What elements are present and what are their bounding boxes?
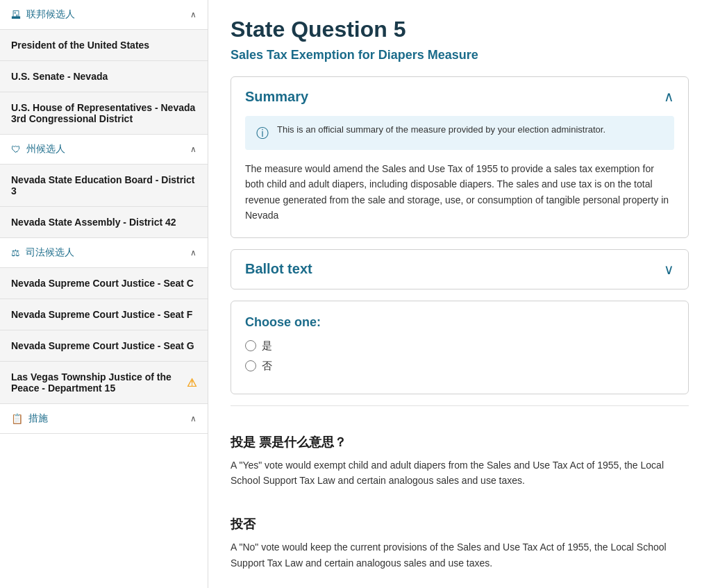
measures-chevron-icon: ∧	[190, 414, 196, 423]
sidebar-item-us-house[interactable]: U.S. House of Representatives - Nevada 3…	[0, 92, 208, 135]
choose-title: Choose one:	[245, 315, 674, 330]
measure-subtitle: Sales Tax Exemption for Diapers Measure	[231, 48, 689, 62]
summary-accordion: Summary ∧ ⓘ This is an official summary …	[231, 76, 689, 238]
choose-section: Choose one: 是 否	[231, 301, 689, 394]
summary-title: Summary	[245, 89, 308, 105]
page-title: State Question 5	[231, 17, 689, 42]
sidebar-item-nv-edu-board[interactable]: Nevada State Education Board - District …	[0, 165, 208, 207]
judicial-section-header[interactable]: ⚖ 司法候选人 ∧	[0, 238, 208, 268]
sidebar: 🗳 联邦候选人 ∧ President of the United States…	[0, 0, 208, 588]
measures-section-header[interactable]: 📋 措施 ∧	[0, 404, 208, 434]
info-icon: ⓘ	[256, 125, 270, 142]
state-items: Nevada State Education Board - District …	[0, 165, 208, 238]
summary-chevron-icon: ∧	[664, 88, 674, 105]
sidebar-item-lv-justice[interactable]: Las Vegas Township Justice of the Peace …	[0, 362, 208, 404]
federal-items: President of the United States U.S. Sena…	[0, 30, 208, 135]
judicial-items: Nevada Supreme Court Justice - Seat C Ne…	[0, 268, 208, 404]
shield-icon: 🛡	[11, 144, 21, 155]
state-section-title: 🛡 州候选人	[11, 143, 65, 156]
explainer-no: 投否 A "No" vote would keep the current pr…	[231, 502, 689, 571]
state-section-header[interactable]: 🛡 州候选人 ∧	[0, 135, 208, 165]
explainer-no-heading: 投否	[231, 516, 689, 532]
sidebar-item-nv-assembly[interactable]: Nevada State Assembly - District 42	[0, 207, 208, 238]
explainer-no-text: A "No" vote would keep the current provi…	[231, 539, 689, 571]
radio-yes-input[interactable]	[245, 340, 256, 351]
summary-body: ⓘ This is an official summary of the mea…	[231, 116, 688, 237]
measures-section-title: 📋 措施	[11, 412, 48, 425]
summary-paragraph: The measure would amend the Sales and Us…	[245, 161, 674, 224]
warning-icon: ⚠	[187, 376, 196, 389]
explainer-yes-text: A "Yes" vote would exempt child and adul…	[231, 457, 689, 489]
explainer-yes-heading: 投是 票是什么意思？	[231, 434, 689, 451]
measures-icon: 📋	[11, 413, 23, 424]
ballot-text-chevron-icon: ∨	[664, 261, 674, 278]
explainer-yes: 投是 票是什么意思？ A "Yes" vote would exempt chi…	[231, 420, 689, 489]
main-content: State Question 5 Sales Tax Exemption for…	[208, 0, 711, 588]
summary-accordion-header[interactable]: Summary ∧	[231, 77, 688, 116]
state-chevron-icon: ∧	[190, 144, 196, 154]
federal-chevron-icon: ∧	[190, 10, 196, 19]
federal-section-header[interactable]: 🗳 联邦候选人 ∧	[0, 0, 208, 30]
summary-info-banner: ⓘ This is an official summary of the mea…	[245, 116, 674, 150]
radio-no-label[interactable]: 否	[262, 360, 272, 373]
sidebar-item-sc-seat-f[interactable]: Nevada Supreme Court Justice - Seat F	[0, 299, 208, 330]
sidebar-item-us-senate[interactable]: U.S. Senate - Nevada	[0, 61, 208, 92]
judicial-chevron-icon: ∧	[190, 248, 196, 258]
ballot-icon: 🗳	[11, 9, 21, 20]
sidebar-item-sc-seat-c[interactable]: Nevada Supreme Court Justice - Seat C	[0, 268, 208, 299]
federal-section-title: 🗳 联邦候选人	[11, 8, 75, 21]
radio-option-no[interactable]: 否	[245, 360, 674, 373]
ballot-text-accordion-header[interactable]: Ballot text ∨	[231, 250, 688, 289]
ballot-text-accordion: Ballot text ∨	[231, 249, 689, 289]
radio-no-input[interactable]	[245, 360, 256, 371]
judicial-section-title: ⚖ 司法候选人	[11, 246, 74, 259]
sidebar-item-sc-seat-g[interactable]: Nevada Supreme Court Justice - Seat G	[0, 330, 208, 362]
sidebar-item-president[interactable]: President of the United States	[0, 30, 208, 61]
ballot-text-title: Ballot text	[245, 261, 312, 277]
info-banner-text: This is an official summary of the measu…	[277, 124, 605, 135]
divider	[231, 405, 689, 406]
radio-option-yes[interactable]: 是	[245, 339, 674, 353]
radio-yes-label[interactable]: 是	[262, 339, 272, 353]
gavel-icon: ⚖	[11, 247, 20, 258]
